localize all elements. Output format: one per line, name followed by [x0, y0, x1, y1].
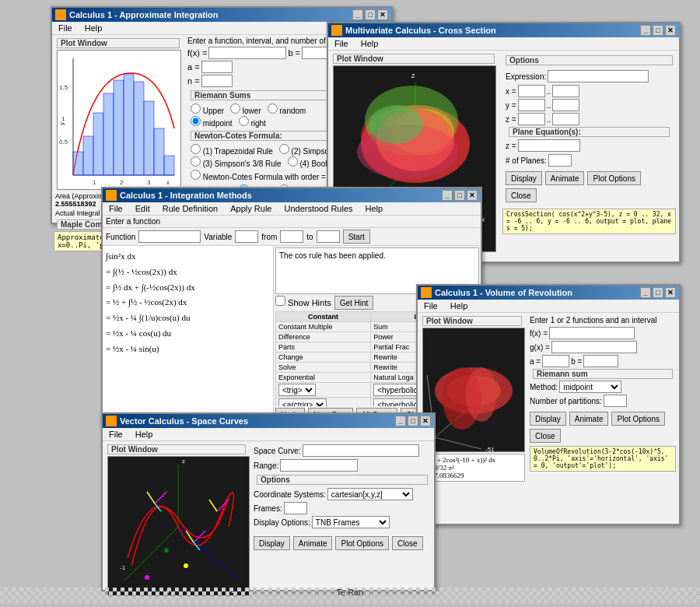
- radio-lower[interactable]: lower: [230, 104, 261, 115]
- title-bar-approx[interactable]: Calculus 1 - Approximate Integration _ □…: [52, 8, 391, 22]
- planes-input[interactable]: 5: [548, 154, 572, 167]
- var-input-intmethods[interactable]: x: [235, 230, 258, 243]
- close-btn-spacecurves-btn[interactable]: Close: [392, 536, 423, 550]
- maximize-btn-spacecurves[interactable]: □: [408, 416, 418, 426]
- animate-btn-spacecurves[interactable]: Animate: [293, 536, 333, 550]
- plot-svg-approx: 1.5 1 0.5 1 2 3: [58, 51, 180, 189]
- plotoptions-btn-multi[interactable]: Plot Options: [587, 171, 640, 185]
- radio-upper[interactable]: Upper: [191, 104, 224, 115]
- z-range-input[interactable]: 0 .. 32: [518, 139, 580, 152]
- menu-ruledef-intmethods[interactable]: Rule Definition: [159, 203, 222, 214]
- menu-file-multi[interactable]: File: [331, 38, 352, 49]
- menu-file-spacecurves[interactable]: File: [106, 429, 126, 440]
- menu-file-volrev[interactable]: File: [421, 300, 441, 311]
- animate-btn-multi[interactable]: Animate: [545, 171, 585, 185]
- maximize-btn-approx[interactable]: □: [365, 9, 376, 20]
- animate-btn-volrev[interactable]: Animate: [569, 412, 609, 426]
- menu-help-approx[interactable]: Help: [82, 23, 106, 33]
- y-from-input[interactable]: -6: [518, 99, 545, 111]
- from-input-intmethods[interactable]: [280, 230, 303, 243]
- space-curve-input[interactable]: <cos(t), sin(t-2), cos(3*t)>: [303, 444, 419, 457]
- fx-input-volrev[interactable]: 3+2*cos(-10x)^5: [549, 327, 635, 339]
- n-input[interactable]: 10: [201, 75, 233, 87]
- radio-random[interactable]: random: [268, 104, 306, 115]
- svg-text:2: 2: [120, 179, 124, 186]
- bottom-text: Te Ran: [337, 588, 364, 597]
- show-hints-check[interactable]: Show Hints: [275, 296, 331, 310]
- frames-input[interactable]: 5: [284, 502, 307, 514]
- menu-bar-volrev: File Help: [418, 300, 679, 313]
- close-btn-spacecurves[interactable]: ✕: [420, 416, 431, 426]
- menu-help-multi[interactable]: Help: [358, 38, 382, 49]
- x-from-input[interactable]: -6: [518, 85, 545, 97]
- b-input-volrev[interactable]: 2*Pi: [583, 355, 618, 367]
- minimize-btn-spacecurves[interactable]: _: [395, 416, 406, 426]
- z-from-input[interactable]: [518, 113, 545, 125]
- partitions-input-volrev[interactable]: 5: [604, 395, 627, 407]
- display-btn-spacecurves[interactable]: Display: [254, 536, 290, 550]
- radio-midpoint[interactable]: midpoint: [191, 116, 233, 128]
- maximize-btn-volrev[interactable]: □: [653, 287, 663, 298]
- radio-nc1[interactable]: (1) Trapezoidal Rule: [191, 144, 273, 156]
- plot-window-label-approx: Plot Window: [57, 38, 180, 48]
- arctrig-select[interactable]: <arctrig>: [278, 398, 327, 406]
- get-hint-btn[interactable]: Get Hint: [334, 296, 374, 310]
- method-label-volrev: Method:: [530, 383, 558, 391]
- close-btn-multi[interactable]: ✕: [665, 25, 676, 36]
- title-bar-spacecurves[interactable]: Vector Calculus - Space Curves _ □ ✕: [103, 414, 434, 428]
- start-btn-intmethods[interactable]: Start: [343, 230, 370, 244]
- z-label-multi: z =: [506, 115, 516, 124]
- close-btn-volrev-btn[interactable]: Close: [530, 429, 561, 443]
- title-bar-intmethods[interactable]: Calculus 1 - Integration Methods _ □ ✕: [103, 188, 481, 202]
- display-btn-multi[interactable]: Display: [506, 171, 542, 185]
- range-input-spacecurves[interactable]: t = 0..2*Pi: [280, 459, 358, 472]
- svg-text:1: 1: [93, 179, 96, 186]
- menu-applyrule-intmethods[interactable]: Apply Rule: [227, 203, 275, 214]
- x-to-input[interactable]: 6: [552, 85, 579, 97]
- close-btn-approx[interactable]: ✕: [377, 9, 388, 20]
- minimize-btn-volrev[interactable]: _: [640, 287, 651, 298]
- plotoptions-btn-spacecurves[interactable]: Plot Options: [335, 536, 388, 550]
- menu-edit-intmethods[interactable]: Edit: [132, 203, 153, 214]
- radio-nc3[interactable]: (3) Simpson's 3/8 Rule: [191, 156, 282, 168]
- close-btn-intmethods[interactable]: ✕: [467, 190, 478, 201]
- to-input-intmethods[interactable]: [317, 230, 340, 243]
- a-input-volrev[interactable]: 0: [542, 355, 569, 367]
- svg-line-55: [209, 500, 217, 511]
- math-working-area: ∫sin²x dx = ∫(½ - ½cos(2x)) dx = ∫½ dx +…: [103, 246, 274, 423]
- maximize-btn-multi[interactable]: □: [653, 25, 663, 36]
- menu-help-volrev[interactable]: Help: [447, 300, 471, 311]
- y-to-input[interactable]: 6: [552, 99, 579, 111]
- minimize-btn-approx[interactable]: _: [352, 9, 363, 20]
- menu-understood-intmethods[interactable]: Understood Rules: [281, 203, 355, 214]
- expression-input[interactable]: cos(x^2+y^3-5): [548, 70, 649, 82]
- radio-right[interactable]: right: [239, 116, 266, 128]
- menu-file-intmethods[interactable]: File: [106, 203, 126, 214]
- coord-select[interactable]: cartesian[x,y,z]: [327, 488, 413, 500]
- fx-input[interactable]: x*sin(x): [208, 47, 286, 59]
- gx-input-volrev[interactable]: [551, 341, 637, 353]
- menu-help-spacecurves[interactable]: Help: [132, 429, 156, 440]
- plotoptions-btn-volrev[interactable]: Plot Options: [611, 412, 664, 426]
- maximize-btn-intmethods[interactable]: □: [454, 190, 465, 201]
- minimize-btn-multi[interactable]: _: [640, 25, 651, 36]
- z-to-input[interactable]: [552, 113, 579, 125]
- maple-cmd-volrev: VolumeOfRevolution(3-2*cos(-10x)^5, 0..2…: [530, 446, 676, 472]
- title-bar-volrev[interactable]: Calculus 1 - Volume of Revolution _ □ ✕: [418, 286, 679, 300]
- trig-select[interactable]: <trig>: [278, 384, 316, 396]
- menu-file-approx[interactable]: File: [55, 23, 75, 33]
- app-icon-multi: [331, 25, 342, 36]
- minimize-btn-intmethods[interactable]: _: [442, 190, 453, 201]
- fn-input-intmethods[interactable]: sin(y)^2: [138, 230, 201, 243]
- menu-bar-intmethods: File Edit Rule Definition Apply Rule Und…: [103, 202, 481, 216]
- method-select-volrev[interactable]: midpoint: [559, 381, 621, 393]
- close-btn-volrev[interactable]: ✕: [665, 287, 676, 298]
- enter-fn-label: Enter a function: [106, 217, 160, 226]
- display-btn-volrev[interactable]: Display: [530, 412, 566, 426]
- radio-nc5[interactable]: Newton-Cotes Formula with order =: [191, 170, 326, 181]
- title-bar-multi[interactable]: Multivariate Calculus - Cross Section _ …: [328, 23, 679, 37]
- display-select[interactable]: TNB Frames: [312, 516, 390, 528]
- close-btn-multi-btn[interactable]: Close: [506, 188, 537, 202]
- a-input[interactable]: 0: [201, 61, 233, 73]
- menu-help-intmethods[interactable]: Help: [362, 203, 387, 214]
